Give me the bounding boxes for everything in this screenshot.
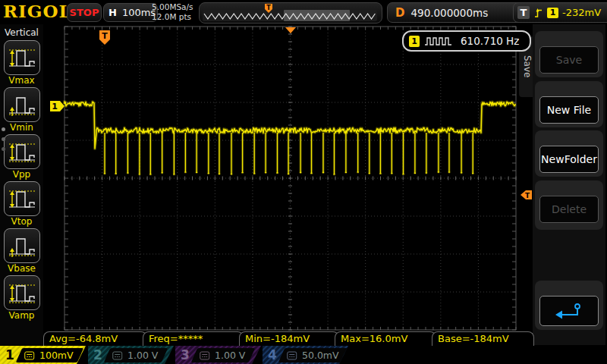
channel-number: 3 [181,346,190,364]
vmax-pulse-icon [7,44,37,71]
frequency-counter: 1 610.710 Hz [402,30,531,52]
menu-page-indicator [2,127,5,151]
trigger-level-value: -232mV [562,7,601,18]
run-state-indicator[interactable]: STOP [67,3,102,22]
menu-item-vtop[interactable]: Vtop [0,181,43,227]
memory-depth: 12.0M pts [152,12,193,22]
waveform-preview-bar[interactable]: T [199,2,382,24]
menu-item-vpp[interactable]: Vpp [0,134,43,180]
svg-text:T: T [525,192,530,199]
menu-item-vamp[interactable]: Vamp [0,275,43,321]
menu-slot [535,281,603,330]
measurement-min[interactable]: Min=-184mV [239,331,339,346]
vmin-pulse-icon [7,91,37,118]
menu-item-label: Vamp [9,310,35,321]
menu-slot: Delete [535,180,603,230]
measurement-avg[interactable]: Avg=-64.8mV [43,331,147,346]
center-position-marker [285,27,296,33]
menu-slot: NewFolder [535,130,603,177]
dc-coupling-icon [24,350,35,359]
menu-item-label: Vmax [8,75,34,86]
trigger-source-badge: 1 [547,8,558,18]
save-button[interactable]: Save [539,46,599,74]
measurement-freq[interactable]: Freq=***** [143,331,244,346]
acquisition-info: 5.00MSa/s 12.0M pts [152,2,193,22]
dc-coupling-icon [287,350,297,359]
delete-button[interactable]: Delete [539,196,599,223]
vamp-pulse-icon [7,279,37,306]
channel-3-tab[interactable]: 3 1.00 V [175,346,261,364]
run-state-label: STOP [70,7,99,18]
menu-slot: Save [535,31,603,77]
waveform-display: 1TT [0,0,607,364]
top-status-bar: RIGOL STOP H 100ms 5.00MSa/s 12.0M pts T… [0,0,607,24]
timebase-value: 100ms [122,7,156,18]
channel-1-tab[interactable]: 1 100mV [0,346,86,364]
new-folder-button[interactable]: NewFolder [539,146,599,173]
sample-rate: 5.00MSa/s [152,2,193,12]
channel-number: 4 [268,346,277,364]
trigger-position-flag: T [99,30,110,45]
trigger-status-box[interactable]: T 1 -232mV [513,2,607,23]
left-menu-title: Vertical [0,27,43,38]
trigger-label: T [517,6,530,19]
menu-item-vmin[interactable]: Vmin [0,87,43,133]
vertical-measure-menu: Vertical Vmax Vmin Vpp Vtop Vbase Vamp [0,24,43,345]
menu-slot: New File [535,81,603,127]
channel-number: 2 [93,346,102,364]
channel-scale: 1.00 V [215,350,245,361]
frequency-value: 610.710 Hz [461,35,519,47]
new-file-button[interactable]: New File [539,96,599,124]
svg-text:1: 1 [52,102,58,111]
vbase-pulse-icon [7,232,37,259]
vtop-pulse-icon [7,185,37,212]
menu-item-vmax[interactable]: Vmax [0,40,43,86]
horizontal-label: H [109,7,117,18]
svg-text:T: T [102,31,108,41]
channel-scale: 50.0mV [302,350,339,361]
back-arrow-icon [552,301,586,321]
counter-source-badge: 1 [409,36,420,47]
measurement-max[interactable]: Max=16.0mV [335,331,436,346]
rising-edge-icon [533,7,543,19]
vpp-pulse-icon [7,138,37,165]
channel-status-bar: 1 100mV 2 1.00 V 3 [0,346,607,364]
menu-item-label: Vbase [8,263,36,274]
delay-readout: D 490.000000ms [387,2,525,23]
menu-item-vbase[interactable]: Vbase [0,228,43,274]
dc-coupling-icon [200,350,210,359]
svg-text:T: T [266,5,271,11]
dc-coupling-icon [112,350,123,359]
return-button[interactable] [539,296,599,326]
channel-4-tab[interactable]: 4 50.0mV [263,346,348,364]
channel-number: 1 [5,346,14,364]
menu-item-label: Vpp [13,169,30,180]
trigger-level-marker: T [521,190,532,199]
channel-scale: 100mV [39,350,74,361]
delay-label: D [395,6,404,20]
rigol-logo: RIGOL [3,1,72,21]
channel-2-tab[interactable]: 2 1.00 V [88,346,174,364]
menu-item-label: Vmin [10,122,33,133]
horizontal-timebase-box[interactable]: H 100ms [103,3,158,22]
memory-waveform-icon: T [200,3,380,23]
delay-value: 490.000000ms [410,7,488,19]
ch1-ground-marker: 1 [50,101,64,111]
pulse-train-icon [424,36,456,46]
save-soft-menu: Save New File NewFolder Delete [533,24,605,345]
menu-item-label: Vtop [11,216,33,227]
measurement-base[interactable]: Base=-184mV [432,331,534,346]
channel-scale: 1.00 V [127,350,158,361]
